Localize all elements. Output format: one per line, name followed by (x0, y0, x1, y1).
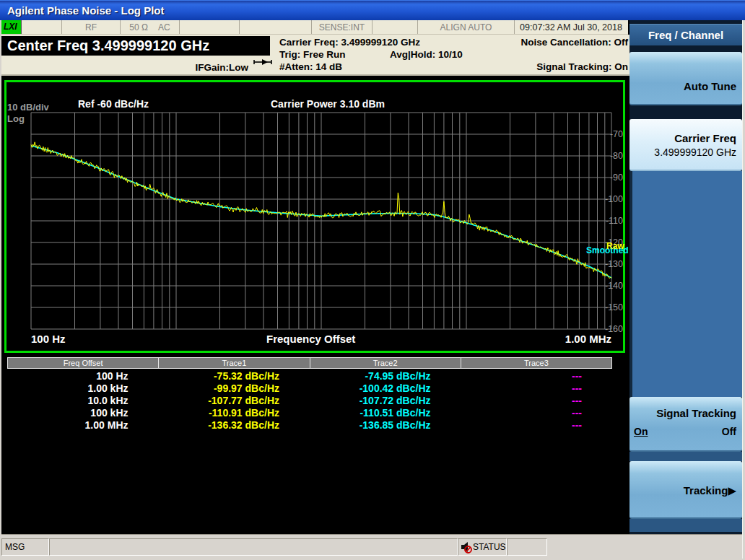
message-cell (49, 538, 458, 556)
x-axis-start-label: 100 Hz (31, 333, 66, 345)
table-cell: --- (461, 419, 613, 432)
table-cell: 10.0 kHz (7, 395, 159, 407)
table-row: 10.0 kHz-107.77 dBc/Hz-107.72 dBc/Hz--- (7, 395, 612, 407)
table-cell: 1.00 kHz (7, 382, 159, 395)
scale-type-label: Log (7, 113, 25, 124)
window-frame-right (742, 20, 745, 560)
menu-filler (629, 171, 742, 397)
table-cell: 100 kHz (7, 407, 159, 419)
coupling-label: AC (158, 22, 170, 32)
phase-noise-graph (6, 82, 623, 351)
tracking-label: Tracking (684, 484, 728, 496)
bottom-status-bar: MSG STATUS (0, 537, 745, 559)
table-cell: -107.72 dBc/Hz (310, 395, 461, 407)
impedance-label: 50 Ω (129, 22, 148, 32)
tracking-submenu-button[interactable]: Tracking▶ (629, 461, 742, 519)
x-axis-title: Frequency Offset (266, 333, 355, 345)
grid-lines (31, 113, 611, 329)
auto-tune-label: Auto Tune (684, 80, 736, 92)
table-cell: -107.77 dBc/Hz (159, 395, 310, 407)
bottom-spacer-cell (507, 538, 547, 556)
table-cell: --- (461, 395, 613, 407)
y-tick-label: -130 (601, 259, 623, 269)
rf-indicator: RF (62, 20, 121, 34)
y-tick-label: -80 (601, 151, 623, 161)
ifgain-annotation: IFGain:Low (175, 62, 248, 73)
table-cell: --- (461, 382, 613, 395)
legend-raw: Raw (606, 241, 624, 251)
col-header-freq-offset: Freq Offset (8, 358, 159, 368)
lxi-cell: LXI (1, 20, 62, 34)
table-cell: -110.51 dBc/Hz (310, 407, 461, 419)
y-tick-label: -70 (601, 129, 623, 139)
table-cell: -136.32 dBc/Hz (159, 419, 310, 432)
menu-title: Freq / Channel (629, 24, 742, 45)
table-row: 1.00 kHz-99.97 dBc/Hz-100.42 dBc/Hz--- (7, 382, 612, 395)
col-header-trace1: Trace1 (159, 358, 310, 368)
table-cell: --- (461, 407, 613, 419)
table-body: 100 Hz-75.32 dBc/Hz-74.95 dBc/Hz---1.00 … (7, 370, 612, 432)
status-spacer-2 (240, 20, 312, 34)
window-frame-left (0, 20, 1, 560)
carrier-freq-button[interactable]: Carrier Freq 3.499999120 GHz (629, 119, 742, 171)
y-tick-label: -110 (601, 216, 623, 226)
span-arrow-icon (253, 58, 272, 66)
signal-tracking-button[interactable]: Signal Tracking On Off (629, 397, 742, 452)
col-header-trace3: Trace3 (461, 358, 611, 368)
table-cell: -100.42 dBc/Hz (310, 382, 461, 395)
table-cell: -74.95 dBc/Hz (310, 370, 461, 382)
noise-cancellation-readout: Noise Cancellation: Off (520, 37, 628, 48)
datetime-display: 09:07:32 AM Jul 30, 2018 (515, 20, 627, 34)
signal-tracking-on-option[interactable]: On (634, 426, 648, 437)
table-cell: --- (461, 370, 613, 382)
col-header-trace2: Trace2 (310, 358, 461, 368)
table-row: 100 kHz-110.91 dBc/Hz-110.51 dBc/Hz--- (7, 407, 612, 419)
carrier-freq-readout: Carrier Freq: 3.499999120 GHz (279, 37, 420, 48)
carrier-freq-label: Carrier Freq (674, 132, 736, 144)
table-row: 100 Hz-75.32 dBc/Hz-74.95 dBc/Hz--- (7, 370, 612, 382)
menu-strip-2 (629, 519, 742, 532)
msg-cell[interactable]: MSG (1, 538, 49, 556)
input-coupling-cell: 50 Ω AC (121, 20, 180, 34)
status-spacer-1 (180, 20, 240, 34)
y-tick-label: -90 (601, 172, 623, 183)
trigger-readout: Trig: Free Run (279, 49, 346, 60)
softkey-menu: Freq / Channel Auto Tune Carrier Freq 3.… (629, 20, 742, 537)
avg-hold-readout: Avg|Hold: 10/10 (390, 49, 463, 60)
table-cell: -110.91 dBc/Hz (159, 407, 310, 419)
y-tick-label: -100 (601, 194, 623, 204)
status-spacer-3 (372, 20, 418, 34)
decade-table-header: Freq Offset Trace1 Trace2 Trace3 (7, 357, 612, 369)
window-title: Agilent Phase Noise - Log Plot (7, 4, 165, 17)
table-cell: 1.00 MHz (7, 419, 159, 432)
auto-tune-button[interactable]: Auto Tune (629, 52, 742, 105)
carrier-power-label: Carrier Power 3.10 dBm (271, 98, 385, 110)
table-cell: -75.32 dBc/Hz (159, 370, 310, 382)
menu-strip-1 (629, 452, 742, 461)
table-cell: 100 Hz (7, 370, 159, 382)
status-row: LXI RF 50 Ω AC SENSE:INT ALIGN AUTO 09:0… (1, 20, 628, 35)
status-cell[interactable]: STATUS (458, 538, 507, 556)
atten-readout: #Atten: 14 dB (279, 61, 342, 72)
table-cell: -136.85 dBc/Hz (310, 419, 461, 432)
signal-tracking-readout: Signal Tracking: On (536, 61, 628, 72)
table-row: 1.00 MHz-136.32 dBc/Hz-136.85 dBc/Hz--- (7, 419, 612, 432)
x-axis-end-label: 1.00 MHz (555, 333, 611, 345)
signal-tracking-off-option[interactable]: Off (722, 426, 736, 437)
ref-level-label: Ref -60 dBc/Hz (78, 98, 149, 110)
y-tick-label: -140 (601, 281, 623, 291)
table-cell: -99.97 dBc/Hz (159, 382, 310, 395)
submenu-arrow-icon: ▶ (728, 484, 736, 496)
signal-tracking-label: Signal Tracking (656, 407, 736, 419)
carrier-freq-value: 3.499999120 GHz (654, 146, 736, 158)
align-indicator: ALIGN AUTO (418, 20, 515, 34)
y-tick-label: -150 (601, 302, 623, 312)
log-plot-panel: 10 dB/div Log Ref -60 dBc/Hz Carrier Pow… (4, 80, 625, 353)
speaker-muted-icon (460, 541, 472, 554)
lxi-badge: LXI (1, 20, 22, 34)
title-bar: Agilent Phase Noise - Log Plot (0, 0, 745, 20)
decade-table: Freq Offset Trace1 Trace2 Trace3 100 Hz-… (7, 357, 612, 432)
active-function-readout: Center Freq 3.499999120 GHz (1, 36, 270, 56)
measurement-header: Center Freq 3.499999120 GHz IFGain:Low C… (1, 35, 629, 76)
msg-label: MSG (5, 542, 25, 552)
